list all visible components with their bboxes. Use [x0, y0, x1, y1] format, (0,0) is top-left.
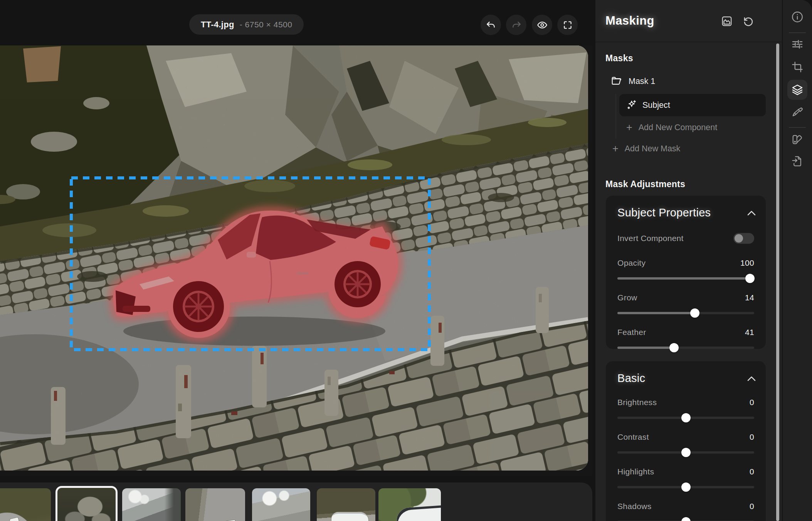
slider-knob[interactable] — [745, 274, 755, 283]
file-dimensions: - 6750 × 4500 — [240, 20, 293, 29]
grow-value: 14 — [745, 293, 754, 302]
info-tool-button[interactable] — [787, 7, 807, 27]
histogram-icon — [721, 15, 733, 27]
component-name: Subject — [642, 101, 670, 110]
undo-button[interactable] — [481, 15, 501, 35]
highlights-label: Highlights — [617, 467, 654, 476]
ai-sparkle-icon — [626, 100, 637, 111]
brightness-value: 0 — [750, 398, 754, 407]
folder-open-icon — [611, 75, 622, 87]
filmstrip-thumbnail-selected[interactable] — [55, 486, 118, 521]
export-icon — [792, 155, 803, 167]
right-panel-container: Masking Masks Mask 1 Subject + Add New C… — [595, 0, 812, 521]
brush-tool-button[interactable] — [787, 102, 807, 122]
tree-indent-guide — [615, 94, 616, 139]
undo-icon — [486, 20, 496, 30]
mask-group-item[interactable]: Mask 1 — [611, 75, 655, 87]
add-new-mask-label: Add New Mask — [625, 144, 681, 154]
plus-icon: + — [626, 122, 632, 133]
photo-scene — [0, 45, 588, 471]
feather-slider[interactable] — [617, 343, 754, 352]
invert-component-label: Invert Component — [617, 234, 684, 243]
export-tool-button[interactable] — [787, 151, 807, 171]
feather-row: Feather 41 — [617, 328, 754, 337]
grow-row: Grow 14 — [617, 293, 754, 302]
invert-component-toggle[interactable] — [733, 233, 754, 244]
brightness-row: Brightness 0 — [617, 398, 754, 407]
filmstrip-thumbnail[interactable] — [0, 488, 51, 521]
subject-properties-title: Subject Properties — [617, 206, 754, 219]
color-swatches-icon — [792, 134, 803, 146]
toggle-knob — [735, 234, 743, 243]
fullscreen-icon — [563, 20, 573, 30]
collapse-card-button[interactable] — [747, 210, 756, 216]
presets-tool-button[interactable] — [787, 130, 807, 150]
slider-fill — [617, 312, 694, 314]
shadows-value: 0 — [750, 502, 754, 511]
eye-icon — [537, 20, 548, 30]
photo-canvas[interactable] — [0, 45, 588, 471]
crop-tool-button[interactable] — [787, 57, 807, 77]
filmstrip-thumbnail[interactable] — [122, 488, 181, 521]
slider-knob[interactable] — [681, 448, 691, 457]
filmstrip-thumbnail[interactable] — [378, 488, 441, 521]
editor-left-column: TT-4.jpg - 6750 × 4500 — [0, 0, 592, 476]
masking-tool-button[interactable] — [787, 80, 807, 100]
slider-knob[interactable] — [681, 413, 691, 422]
shadows-row: Shadows 0 — [617, 502, 754, 511]
basic-card: Basic Brightness 0 Contrast 0 Highl — [606, 361, 766, 521]
chevron-up-icon — [747, 210, 756, 216]
panel-scrollbar[interactable] — [776, 44, 779, 521]
slider-fill — [617, 277, 754, 280]
reset-icon — [743, 15, 754, 27]
slider-knob[interactable] — [681, 482, 691, 492]
invert-component-row: Invert Component — [617, 233, 754, 244]
opacity-label: Opacity — [617, 258, 646, 268]
contrast-label: Contrast — [617, 432, 649, 442]
opacity-value: 100 — [740, 258, 754, 268]
opacity-slider[interactable] — [617, 274, 754, 283]
file-name: TT-4.jpg — [201, 20, 234, 30]
redo-button[interactable] — [506, 15, 526, 35]
grow-label: Grow — [617, 293, 637, 302]
highlights-slider[interactable] — [617, 482, 754, 492]
filmstrip-thumbnail[interactable] — [317, 488, 375, 521]
film-grain — [0, 45, 588, 471]
plus-icon: + — [612, 144, 619, 154]
reset-button[interactable] — [743, 15, 754, 27]
contrast-value: 0 — [750, 432, 754, 442]
tool-rail — [782, 0, 812, 521]
sliders-icon — [791, 38, 804, 50]
slider-knob[interactable] — [690, 308, 699, 318]
highlights-row: Highlights 0 — [617, 467, 754, 476]
add-new-component-label: Add New Component — [639, 123, 717, 132]
contrast-slider[interactable] — [617, 448, 754, 457]
fullscreen-button[interactable] — [557, 15, 578, 35]
preview-toggle-button[interactable] — [532, 15, 552, 35]
contrast-row: Contrast 0 — [617, 432, 754, 442]
panel-title: Masking — [605, 14, 654, 28]
shadows-slider[interactable] — [617, 517, 754, 521]
slider-knob[interactable] — [669, 343, 679, 352]
opacity-row: Opacity 100 — [617, 258, 754, 268]
crop-icon — [792, 61, 803, 73]
rail-divider — [789, 127, 806, 128]
chevron-up-icon — [747, 376, 756, 381]
add-new-component-button[interactable]: + Add New Component — [626, 122, 717, 133]
basic-title: Basic — [617, 372, 754, 385]
mask-component-subject[interactable]: Subject — [619, 94, 766, 116]
brightness-slider[interactable] — [617, 413, 754, 422]
rail-divider — [789, 32, 806, 33]
histogram-button[interactable] — [721, 15, 733, 27]
grow-slider[interactable] — [617, 308, 754, 318]
brush-icon — [792, 107, 803, 118]
slider-knob[interactable] — [681, 517, 691, 521]
adjustments-tool-button[interactable] — [787, 34, 807, 54]
filmstrip-thumbnail[interactable] — [185, 488, 245, 521]
info-icon — [791, 10, 804, 23]
filmstrip-thumbnail[interactable] — [252, 488, 310, 521]
add-new-mask-button[interactable]: + Add New Mask — [612, 144, 680, 154]
subject-properties-card: Subject Properties Invert Component Opac… — [606, 196, 766, 349]
collapse-card-button[interactable] — [747, 376, 756, 381]
mask-name: Mask 1 — [629, 77, 655, 86]
